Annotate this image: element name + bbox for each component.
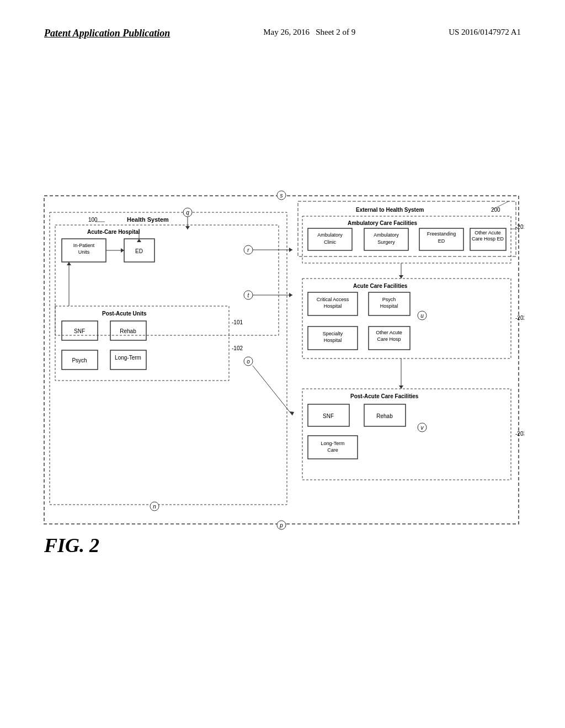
svg-text:Post-Acute Units: Post-Acute Units bbox=[102, 311, 147, 317]
svg-marker-105 bbox=[67, 262, 71, 265]
svg-text:Rehab: Rehab bbox=[120, 328, 136, 334]
svg-text:External to Health System: External to Health System bbox=[356, 207, 424, 213]
svg-text:Surgery: Surgery bbox=[377, 239, 395, 245]
svg-text:Care Hosp: Care Hosp bbox=[377, 336, 401, 342]
svg-text:Freestanding: Freestanding bbox=[427, 231, 456, 237]
svg-text:Long-Term: Long-Term bbox=[321, 441, 344, 446]
svg-text:Hospital: Hospital bbox=[380, 303, 398, 309]
svg-text:Other Acute: Other Acute bbox=[376, 330, 402, 335]
figure-2: s n Health System 100 Acute-Care Hospita… bbox=[39, 188, 524, 540]
svg-text:Clinic: Clinic bbox=[324, 239, 337, 245]
date-sheet: May 26, 2016 Sheet 2 of 9 bbox=[263, 28, 355, 37]
svg-text:Other Acute: Other Acute bbox=[475, 230, 501, 235]
svg-text:-102: -102 bbox=[232, 345, 243, 351]
svg-text:n: n bbox=[153, 504, 156, 510]
svg-marker-103 bbox=[137, 239, 141, 242]
diagram-svg: s n Health System 100 Acute-Care Hospita… bbox=[39, 188, 524, 540]
svg-marker-91 bbox=[289, 248, 292, 252]
svg-rect-9 bbox=[55, 225, 279, 335]
svg-marker-101 bbox=[121, 248, 124, 253]
svg-text:Long-Term: Long-Term bbox=[115, 355, 141, 361]
svg-text:Ambulatory Care Facilities: Ambulatory Care Facilities bbox=[348, 220, 418, 226]
svg-text:ED: ED bbox=[438, 238, 445, 244]
svg-text:Care Hosp ED: Care Hosp ED bbox=[472, 236, 504, 242]
svg-text:Units: Units bbox=[78, 249, 90, 255]
svg-marker-93 bbox=[399, 275, 403, 279]
svg-text:Rehab: Rehab bbox=[376, 413, 393, 419]
svg-text:Critical Access: Critical Access bbox=[317, 297, 349, 302]
svg-marker-95 bbox=[399, 386, 403, 389]
svg-text:In-Patient: In-Patient bbox=[73, 243, 95, 248]
svg-text:Ambulatory: Ambulatory bbox=[317, 232, 343, 238]
svg-text:-101: -101 bbox=[232, 319, 243, 325]
svg-text:Health System: Health System bbox=[127, 216, 169, 223]
svg-text:p: p bbox=[279, 522, 283, 528]
svg-text:SNF: SNF bbox=[74, 328, 85, 334]
svg-line-43 bbox=[492, 201, 509, 210]
svg-text:o: o bbox=[247, 358, 250, 365]
svg-text:SNF: SNF bbox=[323, 413, 334, 419]
svg-marker-97 bbox=[289, 293, 292, 297]
svg-text:Acute-Care Hospital: Acute-Care Hospital bbox=[87, 229, 140, 235]
svg-text:Psych: Psych bbox=[72, 357, 87, 363]
svg-text:Post-Acute Care Facilities: Post-Acute Care Facilities bbox=[350, 393, 419, 399]
svg-text:-203: -203 bbox=[515, 431, 524, 437]
svg-text:q: q bbox=[186, 210, 189, 216]
page-header: Patent Application Publication May 26, 2… bbox=[0, 28, 565, 39]
svg-text:Acute Care Facilities: Acute Care Facilities bbox=[353, 283, 408, 289]
svg-line-98 bbox=[253, 366, 292, 415]
svg-text:Care: Care bbox=[327, 447, 338, 453]
figure-label: FIG. 2 bbox=[44, 534, 99, 557]
svg-rect-61 bbox=[302, 279, 511, 358]
svg-text:-201: -201 bbox=[515, 224, 524, 230]
svg-text:Specialty: Specialty bbox=[323, 331, 343, 336]
svg-text:-202: -202 bbox=[515, 315, 524, 321]
svg-text:Psych: Psych bbox=[382, 297, 396, 302]
svg-rect-78 bbox=[302, 389, 511, 480]
svg-text:Ambulatory: Ambulatory bbox=[374, 232, 399, 238]
svg-text:Hospital: Hospital bbox=[324, 338, 342, 343]
svg-text:Hospital: Hospital bbox=[324, 303, 342, 309]
patent-number: US 2016/0147972 A1 bbox=[449, 28, 521, 37]
svg-text:ED: ED bbox=[135, 248, 143, 254]
svg-marker-21 bbox=[185, 226, 190, 229]
publication-type: Patent Application Publication bbox=[44, 28, 170, 39]
svg-text:s: s bbox=[280, 192, 283, 199]
svg-text:u: u bbox=[420, 313, 424, 319]
